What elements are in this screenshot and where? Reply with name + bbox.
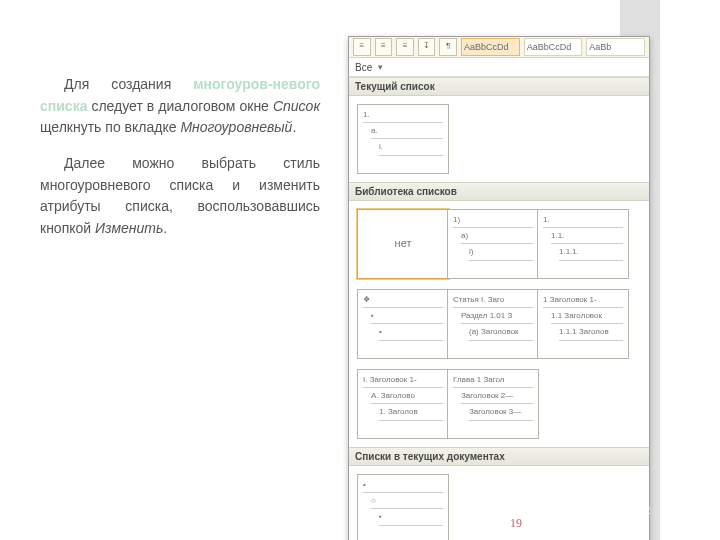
para-marks-icon[interactable]: ¶ xyxy=(439,38,457,56)
text-run: . xyxy=(292,119,296,135)
page-number: 19 xyxy=(510,516,522,531)
list-bullets-icon[interactable]: ≡ xyxy=(375,38,393,56)
list-thumb[interactable]: 1) a) i) xyxy=(447,209,539,279)
para-align-icon[interactable]: ≡ xyxy=(353,38,371,56)
multilevel-list-panel: ≡ ≡ ≡ ↧ ¶ AaBbCcDd AaBbCcDd AaBb Все ▼ Т… xyxy=(348,36,650,540)
section-current-list: Текущий список xyxy=(349,77,649,96)
em-term: Список xyxy=(273,98,320,114)
body-text: Для создания многоуров-невого списка сле… xyxy=(40,60,320,254)
list-numbers-icon[interactable]: ≡ xyxy=(396,38,414,56)
list-thumb[interactable]: I. Заголовок 1- A. Заголово 1. Заголов xyxy=(357,369,449,439)
list-thumb[interactable]: 1. 1.1. 1.1.1. xyxy=(537,209,629,279)
chevron-down-icon: ▼ xyxy=(376,63,384,72)
style-preview[interactable]: AaBbCcDd xyxy=(524,38,583,56)
em-term: Изменить xyxy=(95,220,163,236)
list-thumb[interactable]: 1 Заголовок 1- 1.1 Заголовок 1.1.1 Загол… xyxy=(537,289,629,359)
text-run: Далее можно выбрать стиль многоуровневог… xyxy=(40,155,320,236)
filter-dropdown[interactable]: Все ▼ xyxy=(349,58,649,77)
sort-icon[interactable]: ↧ xyxy=(418,38,436,56)
em-term: Многоуровневый xyxy=(180,119,292,135)
list-thumb-doc[interactable]: • ○ ▪ xyxy=(357,474,449,540)
list-thumb-none[interactable]: нет xyxy=(357,209,449,279)
style-preview[interactable]: AaBbCcDd xyxy=(461,38,520,56)
footer-link[interactable]: ало xyxy=(630,500,650,516)
list-thumb[interactable]: Глава 1 Загол Заголовок 2— Заголовок 3— xyxy=(447,369,539,439)
ribbon-strip: ≡ ≡ ≡ ↧ ¶ AaBbCcDd AaBbCcDd AaBb xyxy=(349,37,649,58)
section-library: Библиотека списков xyxy=(349,182,649,201)
text-run: Для создания xyxy=(64,76,193,92)
section-current-docs: Списки в текущих документах xyxy=(349,447,649,466)
text-run: . xyxy=(163,220,167,236)
text-run: следует в диалоговом окне xyxy=(87,98,272,114)
text-run: щелкнуть по вкладке xyxy=(40,119,180,135)
filter-label: Все xyxy=(355,62,372,73)
list-thumb-current[interactable]: 1. a. i. xyxy=(357,104,449,174)
style-preview[interactable]: AaBb xyxy=(586,38,645,56)
list-thumb[interactable]: ❖ ▪ • xyxy=(357,289,449,359)
none-label: нет xyxy=(395,236,412,251)
list-thumb[interactable]: Статья I. Заго Раздел 1.01 З (a) Заголов… xyxy=(447,289,539,359)
